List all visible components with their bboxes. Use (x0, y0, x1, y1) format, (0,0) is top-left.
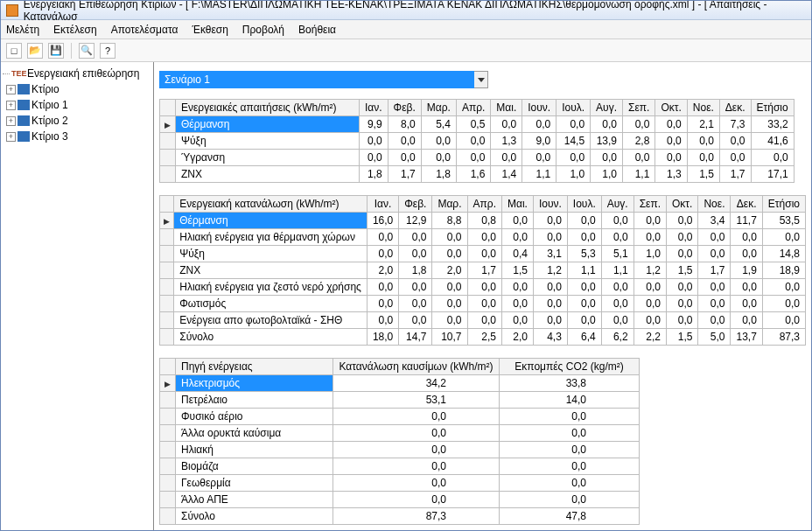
tree-item[interactable]: +Κτίριο 2 (3, 113, 151, 129)
table-row[interactable]: Ηλιακή ενέργεια για θέρμανση χώρων0,00,0… (160, 229, 806, 246)
col-header: Ιουλ. (567, 196, 601, 213)
table-row[interactable]: Άλλα ορυκτά καύσιμα0,00,0 (160, 425, 640, 442)
table-row[interactable]: Ύγρανση0,00,00,00,00,00,00,00,00,00,00,0… (160, 150, 794, 166)
row-selector[interactable] (160, 392, 176, 409)
data-grid: Ενεργειακή κατανάλωση (kWh/m²)Ιαν.Φεβ.Μα… (159, 195, 806, 346)
row-selector[interactable] (160, 229, 174, 246)
row-selector[interactable] (160, 246, 174, 262)
grid-title: Ενεργειακή κατανάλωση (kWh/m²) (174, 196, 368, 213)
cell: 1,8 (399, 262, 432, 279)
expand-icon[interactable]: + (6, 116, 16, 126)
table-row[interactable]: Γεωθερμία0,00,0 (160, 475, 640, 492)
row-selector[interactable] (160, 296, 174, 312)
table-row[interactable]: Θέρμανση9,98,05,40,50,00,00,00,00,00,02,… (160, 116, 794, 133)
expand-icon[interactable]: + (6, 85, 16, 94)
table-row[interactable]: Φωτισμός0,00,00,00,00,00,00,00,00,00,00,… (160, 296, 806, 312)
table-row[interactable]: Σύνολο87,347,8 (160, 508, 640, 525)
row-selector[interactable] (160, 375, 176, 392)
cell: 2,2 (634, 329, 666, 346)
cell: 0,0 (634, 312, 666, 329)
table-row[interactable]: ΖΝΧ1,81,71,81,61,41,11,01,01,11,31,51,71… (160, 166, 794, 183)
row-label: ΖΝΧ (176, 166, 360, 183)
cell: 0,0 (698, 296, 731, 312)
cell: 41,6 (751, 133, 794, 150)
row-selector[interactable] (160, 492, 176, 508)
tree-panel: TEE Ενεργειακή επιθεώρηση +Κτίριο+Κτίριο… (1, 62, 154, 530)
table-row[interactable]: Άλλο ΑΠΕ0,00,0 (160, 492, 640, 508)
expand-icon[interactable]: + (6, 132, 16, 142)
open-icon[interactable]: 📂 (27, 43, 43, 59)
cell: 0,0 (556, 150, 591, 166)
row-label: Φωτισμός (174, 296, 368, 312)
row-label: Γεωθερμία (176, 475, 333, 492)
table-row[interactable]: Ενέργεια απο φωτοβολταϊκά - ΣΗΘ0,00,00,0… (160, 312, 806, 329)
row-label: Πετρέλαιο (176, 392, 333, 409)
scenario-select[interactable]: Σενάριο 1 (159, 71, 474, 88)
menu-Αποτελέσματα[interactable]: Αποτελέσματα (111, 24, 178, 36)
row-selector[interactable] (160, 312, 174, 329)
menu-Έκθεση[interactable]: Έκθεση (192, 24, 228, 36)
col-header: Πηγή ενέργειας (176, 359, 333, 375)
cell: 0,0 (500, 475, 640, 492)
col-header: Νοε. (698, 196, 731, 213)
help-icon[interactable]: ? (100, 43, 116, 59)
building-icon (18, 131, 30, 142)
menu-Προβολή[interactable]: Προβολή (242, 24, 284, 36)
menu-Βοήθεια[interactable]: Βοήθεια (298, 24, 336, 36)
row-selector[interactable] (160, 116, 176, 133)
cell: 0,0 (501, 229, 533, 246)
cell: 0,0 (556, 116, 591, 133)
table-row[interactable]: ΖΝΧ2,01,82,01,71,51,21,11,11,21,51,71,91… (160, 262, 806, 279)
cell: 0,0 (655, 116, 687, 133)
row-selector[interactable] (160, 150, 176, 166)
table-row[interactable]: Ηλιακή ενέργεια για ζεστό νερό χρήσης0,0… (160, 279, 806, 296)
row-selector[interactable] (160, 425, 176, 442)
cell: 0,0 (333, 442, 500, 458)
cell: 9,9 (360, 116, 388, 133)
row-selector[interactable] (160, 166, 176, 183)
row-selector[interactable] (160, 458, 176, 475)
row-selector[interactable] (160, 409, 176, 425)
save-icon[interactable]: 💾 (48, 43, 64, 59)
menu-Μελέτη[interactable]: Μελέτη (6, 24, 39, 36)
cell: 0,0 (667, 246, 698, 262)
table-row[interactable]: Σύνολο18,014,710,72,52,04,36,46,22,21,55… (160, 329, 806, 346)
menu-Εκτέλεση[interactable]: Εκτέλεση (53, 24, 97, 36)
tree-root[interactable]: TEE Ενεργειακή επιθεώρηση (3, 66, 151, 81)
row-selector[interactable] (160, 279, 174, 296)
col-header: Δεκ. (719, 100, 751, 116)
new-icon[interactable]: □ (6, 43, 22, 59)
tree-item[interactable]: +Κτίριο (3, 81, 151, 97)
cell: 0,0 (399, 312, 432, 329)
row-selector[interactable] (160, 442, 176, 458)
table-row[interactable]: Φυσικό αέριο0,00,0 (160, 409, 640, 425)
row-selector[interactable] (160, 329, 174, 346)
cell: 1,5 (667, 262, 698, 279)
expand-icon[interactable]: + (6, 101, 16, 110)
table-row[interactable]: Ηλιακή0,00,0 (160, 442, 640, 458)
table-row[interactable]: Βιομάζα0,00,0 (160, 458, 640, 475)
row-selector[interactable] (160, 508, 176, 525)
cell: 1,1 (601, 262, 634, 279)
table-row[interactable]: Ψύξη0,00,00,00,00,43,15,35,11,00,00,00,0… (160, 246, 806, 262)
row-label: Ηλεκτρισμός (176, 375, 333, 392)
table-row[interactable]: Ψύξη0,00,00,00,01,39,014,513,92,80,00,00… (160, 133, 794, 150)
cell: 7,3 (719, 116, 751, 133)
table-row[interactable]: Ηλεκτρισμός34,233,8 (160, 375, 640, 392)
row-selector[interactable] (160, 133, 176, 150)
cell: 1,7 (698, 262, 731, 279)
col-header: Μαι. (491, 100, 522, 116)
table-row[interactable]: Θέρμανση16,012,98,80,80,00,00,00,00,00,0… (160, 213, 806, 229)
row-selector[interactable] (160, 262, 174, 279)
col-header: Μαρ. (421, 100, 456, 116)
tree-item[interactable]: +Κτίριο 3 (3, 129, 151, 144)
scenario-dropdown-icon[interactable] (474, 71, 488, 88)
row-selector[interactable] (160, 213, 174, 229)
cell: 0,0 (500, 425, 640, 442)
table-row[interactable]: Πετρέλαιο53,114,0 (160, 392, 640, 409)
tree-item[interactable]: +Κτίριο 1 (3, 97, 151, 113)
cell: 18,0 (367, 329, 398, 346)
cell: 0,0 (634, 296, 666, 312)
row-selector[interactable] (160, 475, 176, 492)
preview-icon[interactable]: 🔍 (79, 43, 94, 59)
